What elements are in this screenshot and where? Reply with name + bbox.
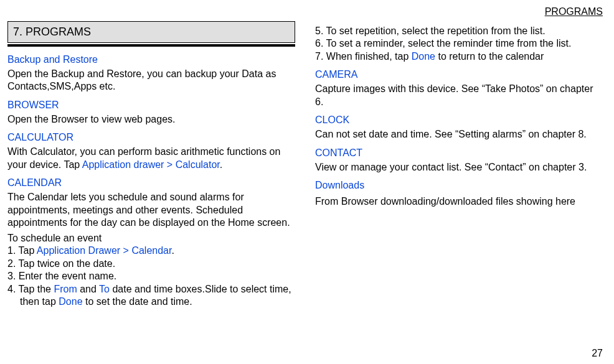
section-calculator: CALCULATOR (7, 132, 295, 143)
calendar-body: The Calendar lets you schedule and sound… (7, 191, 295, 229)
browser-body: Open the Browser to view web pages. (7, 113, 295, 126)
left-column: 7. PROGRAMS Backup and Restore Open the … (7, 21, 295, 309)
chapter-rule (7, 44, 295, 47)
link-done-2[interactable]: Done (412, 51, 435, 62)
camera-body: Capture images with this device. See “Ta… (315, 83, 603, 108)
section-clock: CLOCK (315, 114, 603, 126)
calendar-step-3: 3. Enter the event name. (7, 270, 295, 282)
step4-mid: and (77, 284, 99, 294)
calc-text-2: . (220, 159, 222, 170)
calendar-step-4: 4. Tap the From and To date and time box… (7, 283, 295, 309)
link-from[interactable]: From (54, 284, 77, 294)
calendar-step-2: 2. Tap twice on the date. (7, 258, 295, 270)
calendar-step-1: 1. Tap Application Drawer > Calendar. (7, 245, 295, 257)
page-number: 27 (592, 348, 603, 359)
calculator-body: With Calculator, you can perform basic a… (7, 146, 295, 171)
downloads-body: From Browser downloading/downloaded file… (315, 194, 603, 210)
contact-body: View or manage your contact list. See “C… (315, 161, 603, 174)
calendar-step-5: 5. To set repetition, select the repetit… (315, 25, 603, 37)
section-camera: CAMERA (315, 69, 603, 80)
section-contact: CONTACT (315, 147, 603, 159)
section-calendar: CALENDAR (7, 177, 295, 189)
calendar-step-6: 6. To set a reminder, select the reminde… (315, 37, 603, 50)
section-browser: BROWSER (7, 100, 295, 111)
step4-a: 4. Tap the (7, 284, 54, 294)
chapter-title: 7. PROGRAMS (7, 21, 295, 43)
clock-body: Can not set date and time. See “Setting … (315, 128, 603, 141)
section-backup-restore: Backup and Restore (7, 54, 295, 65)
link-app-drawer-calendar[interactable]: Application Drawer > Calendar (37, 245, 172, 256)
link-to[interactable]: To (99, 284, 110, 294)
step7-a: 7. When finished, tap (315, 51, 412, 62)
content-columns: 7. PROGRAMS Backup and Restore Open the … (7, 21, 603, 309)
right-column: 5. To set repetition, select the repetit… (315, 21, 603, 309)
calendar-step-7: 7. When finished, tap Done to return to … (315, 50, 603, 63)
link-done-1[interactable]: Done (59, 296, 82, 307)
running-header: PROGRAMS (7, 6, 603, 17)
calendar-sub: To schedule an event (7, 232, 295, 245)
link-app-drawer-calculator[interactable]: Application drawer > Calculator (82, 159, 220, 170)
step1-b: . (171, 245, 174, 256)
step1-a: 1. Tap (7, 245, 37, 256)
section-downloads: Downloads (315, 180, 603, 191)
backup-body: Open the Backup and Restore, you can bac… (7, 68, 295, 93)
step4-c: to set the date and time. (83, 296, 192, 307)
step7-b: to return to the calendar (435, 51, 544, 62)
